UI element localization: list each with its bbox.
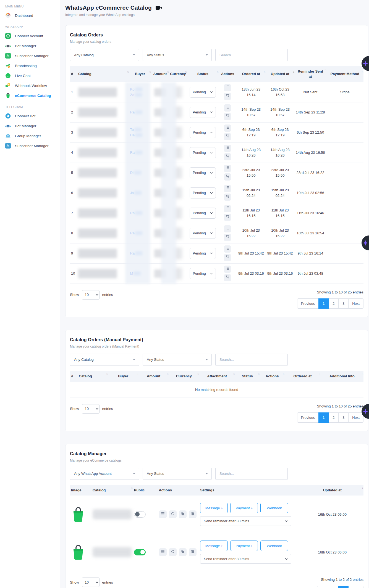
cart-button[interactable] (224, 173, 231, 181)
sort-icon[interactable]: ↑↓ (185, 70, 187, 74)
sort-icon[interactable]: ↑↓ (283, 372, 284, 376)
sort-icon[interactable]: ↑↓ (362, 372, 363, 376)
buyer-link[interactable]: M (129, 269, 151, 278)
order-items-button[interactable] (224, 104, 231, 112)
buyer-link[interactable]: KoZa (129, 85, 151, 99)
sidebar-item-bot-manager[interactable]: Bot Manager (0, 121, 60, 131)
cart-button[interactable] (224, 153, 231, 160)
status-select[interactable]: Pending (190, 127, 216, 138)
column-header[interactable]: Amount↑↓ (138, 371, 169, 382)
order-items-button[interactable] (224, 205, 231, 212)
column-header[interactable]: Buyer↑↓ (129, 69, 151, 80)
sidebar-item-group-manager[interactable]: Group Manager (0, 131, 60, 141)
sort-icon[interactable]: ↑↓ (167, 372, 168, 376)
page-button-next[interactable]: Next (348, 586, 363, 588)
status-select[interactable]: Pending (190, 228, 216, 239)
page-button-next[interactable]: Next (348, 412, 363, 423)
sort-icon[interactable]: ↑↓ (167, 70, 169, 74)
delete-button[interactable] (189, 510, 197, 518)
reminder-select[interactable]: Send reminder after 30 mins (200, 554, 291, 564)
status-select[interactable]: Pending (190, 208, 216, 219)
orders-catalog-filter[interactable]: Any Catalog (70, 49, 139, 61)
column-header[interactable]: Actions↑↓ (260, 371, 285, 382)
duplicate-button[interactable] (179, 510, 187, 518)
manager-search-input[interactable] (215, 468, 288, 480)
cart-button[interactable] (224, 93, 231, 100)
column-header[interactable]: Catalog↑↓ (91, 485, 133, 496)
orders-page-size-select[interactable]: 10 (82, 290, 100, 300)
manual-catalog-filter[interactable]: Any Catalog (70, 354, 139, 366)
buyer-link[interactable]: Di (129, 168, 151, 177)
cart-button[interactable] (224, 194, 231, 201)
page-button-2[interactable]: 2 (328, 298, 339, 309)
order-items-button[interactable] (224, 84, 231, 91)
sort-icon[interactable]: ↑↓ (318, 372, 320, 376)
sort-icon[interactable]: ↑↓ (127, 70, 129, 74)
column-header[interactable]: Attachment↑↓ (199, 371, 235, 382)
column-header[interactable]: Reminder Sent at↑↓ (294, 66, 326, 82)
buyer-link[interactable]: Ra (129, 209, 151, 218)
sidebar-item-subscriber-manager[interactable]: Subscriber Manager (0, 51, 60, 61)
sort-icon[interactable]: ↑↓ (131, 486, 133, 490)
page-button-3[interactable]: 3 (338, 412, 349, 423)
page-button-next[interactable]: Next (348, 298, 363, 309)
manager-status-filter[interactable]: Any Status (143, 468, 212, 480)
sort-icon[interactable]: ↑↓ (233, 372, 235, 376)
column-header[interactable]: Catalog↑↓ (77, 69, 129, 80)
manual-search-input[interactable] (215, 354, 288, 366)
sort-icon[interactable]: ↑↓ (264, 70, 265, 74)
order-items-button[interactable] (224, 245, 231, 253)
column-header[interactable]: Currency↑↓ (169, 371, 199, 382)
orders-search-input[interactable] (215, 49, 288, 61)
status-select[interactable]: Pending (190, 248, 216, 259)
sidebar-item-webhook-workflow[interactable]: Webhook Workflow (0, 81, 60, 91)
column-header[interactable]: Updated at↓ (301, 485, 363, 496)
manager-page-size-select[interactable]: 10 (82, 578, 100, 587)
sidebar-item-connect-bot[interactable]: Connect Bot (0, 111, 60, 121)
page-button-previous[interactable]: Previous (297, 298, 319, 309)
message-settings-button[interactable]: Message▸ (200, 541, 228, 551)
delete-button[interactable] (189, 548, 197, 556)
sidebar-item-live-chat[interactable]: Live Chat (0, 71, 60, 81)
cart-button[interactable] (224, 234, 231, 241)
manager-account-filter[interactable]: Any WhatsApp Account (70, 468, 139, 480)
buyer-link[interactable]: Ra (129, 148, 151, 157)
buyer-link[interactable]: Ra (129, 108, 151, 117)
status-select[interactable]: Pending (190, 187, 216, 198)
column-header[interactable]: Updated at↓ (266, 69, 295, 80)
payment-settings-button[interactable]: Payment▸ (230, 541, 258, 551)
order-items-button[interactable] (224, 266, 231, 273)
webhook-settings-button[interactable]: Webhook (260, 503, 288, 513)
buyer-link[interactable]: ToHa (129, 125, 151, 139)
cart-button[interactable] (224, 274, 231, 281)
message-settings-button[interactable]: Message▸ (200, 503, 228, 513)
items-button[interactable] (159, 548, 167, 556)
sort-icon[interactable]: ↑↓ (90, 486, 91, 490)
status-select[interactable]: Pending (190, 268, 216, 279)
sidebar-item-bot-manager[interactable]: Bot Manager (0, 41, 60, 51)
payment-settings-button[interactable]: Payment▸ (230, 503, 258, 513)
sort-icon[interactable]: ↓ (362, 486, 363, 491)
sidebar-item-subscriber-manager[interactable]: Subscriber Manager (0, 141, 60, 150)
page-button-1[interactable]: 1 (338, 586, 349, 588)
column-header[interactable]: Payment Method↑↓ (326, 69, 363, 80)
column-header[interactable]: Currency↑↓ (169, 69, 187, 80)
sort-icon[interactable]: ↑↓ (149, 70, 151, 74)
cart-button[interactable] (224, 133, 231, 140)
buyer-link[interactable]: Ja (129, 189, 151, 197)
column-header[interactable]: Status↑↓ (235, 371, 260, 382)
duplicate-button[interactable] (179, 548, 187, 556)
sidebar-item-connect-account[interactable]: Connect Account (0, 31, 60, 41)
status-select[interactable]: Pending (190, 87, 216, 98)
sidebar-item-dashboard[interactable]: Dashboard (0, 10, 60, 20)
public-toggle[interactable] (134, 549, 146, 555)
manual-page-size-select[interactable]: 10 (82, 404, 100, 414)
status-select[interactable]: Pending (190, 107, 216, 118)
sort-icon[interactable]: ↑↓ (362, 70, 363, 74)
page-button-2[interactable]: 2 (328, 412, 339, 423)
public-toggle[interactable] (134, 511, 146, 518)
sort-icon[interactable]: ↓ (293, 70, 294, 74)
sidebar-item-ecommerce-catalog[interactable]: eCommerce Catalog (0, 91, 60, 100)
order-items-button[interactable] (224, 125, 231, 132)
buyer-link[interactable]: Ra (129, 229, 151, 238)
